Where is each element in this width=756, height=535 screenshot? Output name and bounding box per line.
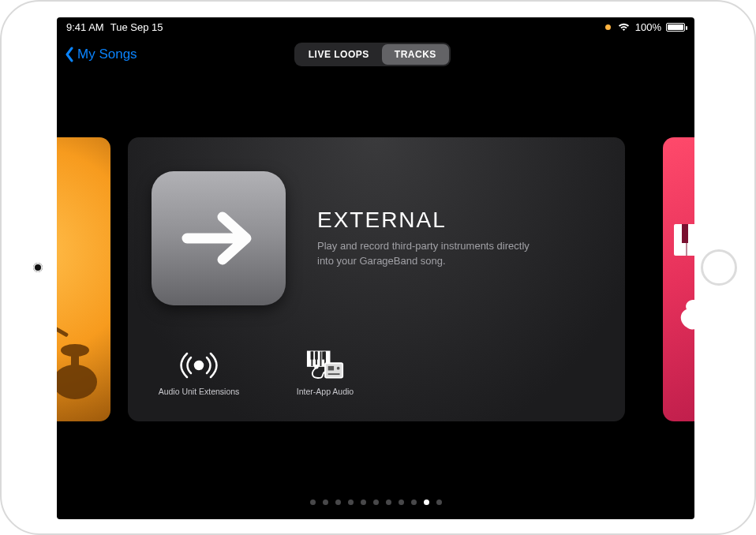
battery-percent: 100%	[635, 21, 661, 33]
nav-bar: My Songs LIVE LOOPS TRACKS	[57, 36, 694, 73]
svg-rect-16	[311, 351, 314, 359]
page-dot[interactable]	[411, 499, 417, 505]
svg-rect-25	[682, 224, 688, 243]
page-dot[interactable]	[348, 499, 354, 505]
page-dot[interactable]	[361, 499, 366, 505]
status-time: 9:41 AM	[66, 21, 104, 33]
page-dot[interactable]	[323, 499, 328, 505]
page-dot[interactable]	[424, 499, 429, 505]
keyboard-module-icon	[306, 349, 344, 382]
front-camera	[33, 263, 43, 272]
sound-browser[interactable]: EXTERNAL Play and record third-party ins…	[57, 73, 694, 483]
svg-point-23	[315, 365, 318, 369]
broadcast-dot-icon	[180, 349, 218, 382]
chevron-left-icon	[65, 47, 74, 62]
sub-label: Inter-App Audio	[297, 387, 354, 396]
view-mode-segmented-control[interactable]: LIVE LOOPS TRACKS	[294, 43, 451, 66]
svg-rect-3	[71, 350, 79, 372]
page-dot[interactable]	[373, 499, 379, 505]
sub-item-audio-unit-extensions[interactable]: Audio Unit Extensions	[159, 349, 238, 396]
card-description: Play and record third-party instruments …	[317, 239, 538, 269]
ipad-frame: 9:41 AM Tue Sep 15 100% My Songs LIVE LO…	[0, 0, 756, 535]
back-label: My Songs	[77, 47, 137, 62]
svg-rect-7	[57, 323, 69, 337]
mini-keyboard-icon	[674, 224, 694, 256]
page-dot[interactable]	[386, 499, 391, 505]
card-text: EXTERNAL Play and record third-party ins…	[317, 208, 601, 269]
recording-indicator-icon	[605, 24, 611, 30]
prev-card-drummer[interactable]	[57, 137, 110, 421]
home-button[interactable]	[701, 249, 737, 286]
mini-guitar-icon	[674, 279, 694, 335]
arrow-right-icon	[175, 195, 262, 282]
page-dot[interactable]	[436, 499, 442, 505]
svg-rect-17	[315, 351, 318, 359]
page-dot[interactable]	[310, 499, 316, 505]
battery-icon	[666, 23, 685, 32]
status-left: 9:41 AM Tue Sep 15	[66, 21, 163, 33]
page-dot[interactable]	[399, 499, 404, 505]
page-dot[interactable]	[335, 499, 341, 505]
screen: 9:41 AM Tue Sep 15 100% My Songs LIVE LO…	[57, 17, 694, 519]
segment-live-loops[interactable]: LIVE LOOPS	[296, 44, 382, 65]
svg-point-21	[337, 367, 340, 370]
drummer-silhouette-icon	[57, 303, 103, 406]
status-right: 100%	[605, 21, 685, 33]
page-indicator[interactable]	[57, 499, 694, 505]
svg-rect-19	[325, 363, 342, 377]
svg-rect-20	[328, 366, 334, 371]
card-title: EXTERNAL	[317, 208, 601, 233]
wifi-icon	[617, 22, 631, 32]
sub-item-inter-app-audio[interactable]: Inter-App Audio	[286, 349, 365, 396]
sub-instruments-row: Audio Unit Extensions	[152, 349, 601, 396]
status-bar: 9:41 AM Tue Sep 15 100%	[57, 17, 694, 36]
status-date: Tue Sep 15	[110, 21, 163, 33]
sub-label: Audio Unit Extensions	[159, 387, 240, 396]
card-external[interactable]: EXTERNAL Play and record third-party ins…	[128, 137, 625, 421]
next-card[interactable]	[663, 137, 694, 421]
external-icon-tile	[152, 171, 286, 305]
segment-tracks[interactable]: TRACKS	[382, 44, 449, 65]
svg-rect-18	[322, 351, 325, 359]
card-hero-row: EXTERNAL Play and record third-party ins…	[152, 159, 601, 317]
back-button[interactable]: My Songs	[65, 47, 137, 62]
svg-point-10	[195, 361, 203, 369]
